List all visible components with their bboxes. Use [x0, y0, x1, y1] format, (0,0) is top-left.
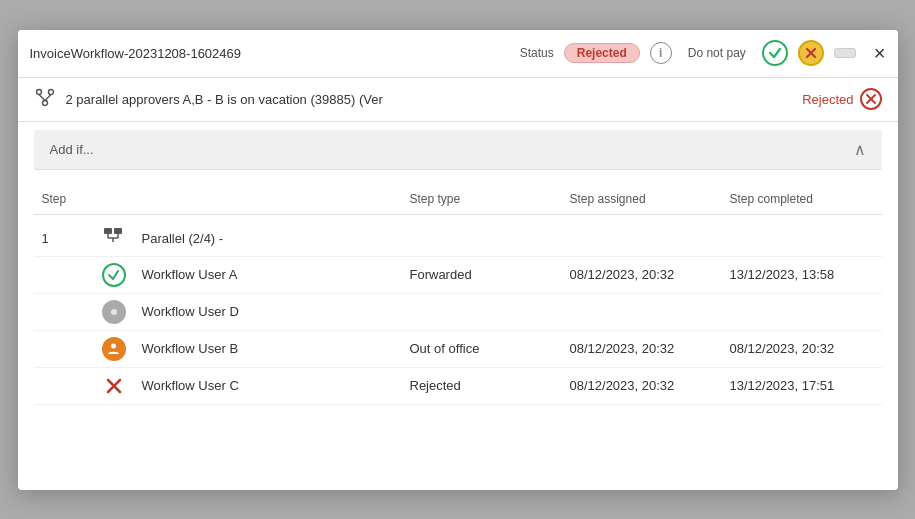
step-icon-cell: [94, 367, 134, 404]
add-if-label: Add if...: [50, 142, 94, 157]
svg-point-16: [111, 344, 116, 349]
workflow-rejected-status: Rejected: [802, 88, 881, 110]
action-button[interactable]: [834, 48, 856, 58]
table-row: 1 Parallel (2/4) -: [34, 214, 882, 256]
add-if-section[interactable]: Add if... ∧: [34, 130, 882, 170]
step-name: Workflow User C: [134, 367, 402, 404]
step-number: [34, 293, 94, 330]
workflow-icon: [34, 86, 56, 113]
step-type: [402, 214, 562, 256]
svg-point-2: [36, 89, 41, 94]
step-completed: 13/12/2023, 17:51: [722, 367, 882, 404]
parallel-icon: [102, 231, 124, 251]
table-row: Workflow User D: [34, 293, 882, 330]
workflow-text: 2 parallel approvers A,B - B is on vacat…: [66, 92, 793, 107]
status-label: Status: [520, 46, 554, 60]
reject-button[interactable]: [798, 40, 824, 66]
status-badge: Rejected: [564, 43, 640, 63]
table-row: Workflow User AForwarded08/12/2023, 20:3…: [34, 256, 882, 293]
step-assigned: [562, 214, 722, 256]
step-type: Forwarded: [402, 256, 562, 293]
table-row: Workflow User BOut of office08/12/2023, …: [34, 330, 882, 367]
step-completed: 13/12/2023, 13:58: [722, 256, 882, 293]
col-header-assigned: Step assigned: [562, 186, 722, 215]
step-completed: [722, 214, 882, 256]
close-button[interactable]: ×: [874, 42, 886, 65]
svg-point-3: [48, 89, 53, 94]
rejected-circle-icon: [860, 88, 882, 110]
step-name: Workflow User A: [134, 256, 402, 293]
workflow-modal: InvoiceWorkflow-20231208-1602469 Status …: [18, 30, 898, 490]
step-number: [34, 256, 94, 293]
rejected-row-icon: [102, 374, 126, 398]
svg-point-4: [42, 100, 47, 105]
step-name: Parallel (2/4) -: [134, 214, 402, 256]
table-row: Workflow User CRejected08/12/2023, 20:32…: [34, 367, 882, 404]
step-completed: [722, 293, 882, 330]
modal-title: InvoiceWorkflow-20231208-1602469: [30, 46, 510, 61]
step-number: 1: [34, 214, 94, 256]
step-icon-cell: [94, 214, 134, 256]
step-completed: 08/12/2023, 20:32: [722, 330, 882, 367]
step-number: [34, 367, 94, 404]
approve-icon[interactable]: [762, 40, 788, 66]
pending-icon: [102, 300, 126, 324]
step-type: [402, 293, 562, 330]
do-not-pay-button[interactable]: Do not pay: [682, 44, 752, 62]
col-header-type: Step type: [402, 186, 562, 215]
step-number: [34, 330, 94, 367]
step-type: Out of office: [402, 330, 562, 367]
steps-table-section: Step Step type Step assigned Step comple…: [18, 178, 898, 490]
col-header-step: Step: [34, 186, 94, 215]
step-name: Workflow User B: [134, 330, 402, 367]
workflow-bar: 2 parallel approvers A,B - B is on vacat…: [18, 78, 898, 122]
out-of-office-icon: [102, 337, 126, 361]
step-assigned: 08/12/2023, 20:32: [562, 330, 722, 367]
svg-rect-10: [114, 228, 122, 234]
info-icon[interactable]: i: [650, 42, 672, 64]
step-assigned: [562, 293, 722, 330]
col-header-name: [134, 186, 402, 215]
forwarded-icon: [102, 263, 126, 287]
step-name: Workflow User D: [134, 293, 402, 330]
step-icon-cell: [94, 330, 134, 367]
svg-rect-9: [104, 228, 112, 234]
step-assigned: 08/12/2023, 20:32: [562, 367, 722, 404]
step-type: Rejected: [402, 367, 562, 404]
col-header-completed: Step completed: [722, 186, 882, 215]
svg-line-5: [39, 94, 45, 100]
rejected-label: Rejected: [802, 92, 853, 107]
step-icon-cell: [94, 256, 134, 293]
step-icon-cell: [94, 293, 134, 330]
svg-line-6: [45, 94, 51, 100]
step-assigned: 08/12/2023, 20:32: [562, 256, 722, 293]
steps-table: Step Step type Step assigned Step comple…: [34, 186, 882, 405]
chevron-up-icon: ∧: [854, 140, 866, 159]
col-header-icon: [94, 186, 134, 215]
modal-topbar: InvoiceWorkflow-20231208-1602469 Status …: [18, 30, 898, 78]
svg-point-15: [111, 309, 117, 315]
